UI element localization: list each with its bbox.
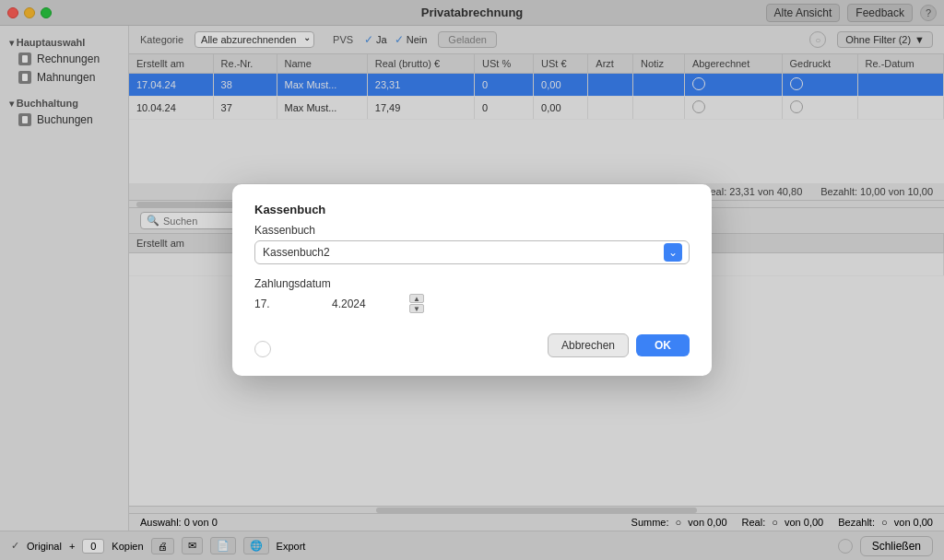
modal-title: Kassenbuch [254,203,690,216]
modal-footer: Abbrechen OK [548,333,690,357]
modal-bottom-row: Abbrechen OK [254,326,690,357]
stepper-arrows: ▲ ▼ [409,294,424,313]
stepper-down[interactable]: ▼ [409,304,424,313]
kassenbuch-select-wrapper: Kassenbuch2 ⌄ [254,240,690,264]
zahlungsdatum-label: Zahlungsdatum [254,277,690,290]
kassenbuch-label: Kassenbuch [254,224,690,237]
kassenbuch-select[interactable]: Kassenbuch2 [254,240,690,264]
cancel-button[interactable]: Abbrechen [548,333,629,357]
kassenbuch-modal: Kassenbuch Kassenbuch Kassenbuch2 ⌄ Zahl… [232,184,712,376]
kassenbuch-field: Kassenbuch Kassenbuch2 ⌄ [254,224,690,264]
modal-backdrop: Kassenbuch Kassenbuch Kassenbuch2 ⌄ Zahl… [0,0,944,560]
stepper-up[interactable]: ▲ [409,294,424,303]
zahlungsdatum-field: Zahlungsdatum 17. 4.2024 ▲ ▼ [254,277,690,313]
date-stepper: 17. 4.2024 ▲ ▼ [254,294,690,313]
date-day: 17. [254,298,328,310]
ok-button[interactable]: OK [636,334,690,356]
date-month: 4.2024 [332,298,406,310]
modal-circle-icon [254,341,271,357]
